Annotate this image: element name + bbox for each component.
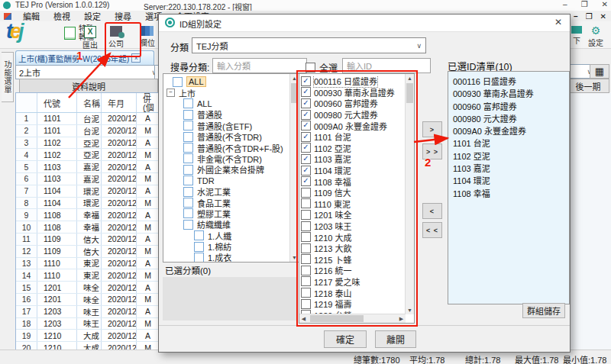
table-row[interactable]: 81104環泥2020/12M <box>16 198 161 210</box>
checkbox-icon[interactable] <box>183 165 193 175</box>
move-all-left-button[interactable]: < < <box>422 222 442 238</box>
tree-item[interactable]: ALL <box>163 76 290 87</box>
id-list-item[interactable]: ✓0009A0 永豐金證券 <box>301 120 405 131</box>
tree-item[interactable]: ALL <box>163 98 290 109</box>
id-list-item[interactable]: 1110 東泥 <box>301 198 405 210</box>
id-list-item[interactable]: ✓000116 日盛證券 <box>301 76 405 87</box>
checkbox-icon[interactable] <box>301 288 311 298</box>
checkbox-icon[interactable] <box>301 299 311 309</box>
selected-id-item[interactable]: 1102 亞泥 <box>453 150 569 162</box>
selected-id-item[interactable]: 000930 華南永昌證券 <box>453 87 569 99</box>
selected-id-item[interactable]: 000980 元大證券 <box>453 112 569 124</box>
id-list-item[interactable]: ✓1101 台泥 <box>301 131 405 143</box>
table-row[interactable]: 41102亞泥2020/12M <box>16 149 161 161</box>
table-row[interactable]: 161201味全2020/12M <box>16 294 161 306</box>
id-list-item[interactable]: 1210 大成 <box>301 231 405 243</box>
checkbox-icon[interactable] <box>183 98 193 108</box>
tree-item[interactable]: 食品工業 <box>163 197 290 208</box>
move-left-button[interactable]: < <box>422 203 442 219</box>
selected-id-item[interactable]: 1104 環泥 <box>453 174 569 186</box>
scroll-down-icon[interactable]: ▼ <box>406 306 414 314</box>
menu-item[interactable]: 檢視 <box>47 12 77 21</box>
export-button[interactable]: X 匯出 <box>82 26 98 50</box>
id-list-item[interactable]: ✓1102 亞泥 <box>301 143 405 154</box>
table-row[interactable]: 51103嘉泥2020/12A <box>16 161 161 173</box>
checkbox-icon[interactable]: ✓ <box>301 98 311 108</box>
checkbox-icon[interactable] <box>301 210 311 220</box>
category-tree[interactable]: ALL−上市ALL普通股普通股(含ETF)普通股(不含TDR)普通股(不含TDR… <box>163 73 299 263</box>
id-list-item[interactable]: 1109 信大 <box>301 187 405 198</box>
tree-item[interactable]: 紡織纖維 <box>163 219 290 230</box>
menu-item[interactable]: 搜尋 <box>108 12 138 21</box>
table-row[interactable]: 121109信大2020/12M <box>16 246 161 258</box>
checkbox-icon[interactable] <box>183 153 193 163</box>
table-row[interactable]: 71104環泥2020/12A <box>16 185 161 198</box>
checkbox-icon[interactable] <box>183 121 193 130</box>
mdi-restore-icon[interactable]: ❐ <box>586 12 593 21</box>
checkbox-icon[interactable] <box>301 266 311 275</box>
scroll-down-icon[interactable]: ▼ <box>290 253 299 262</box>
checkbox-icon[interactable] <box>183 208 193 218</box>
tree-item[interactable]: 非金電(不含TDR) <box>163 153 290 164</box>
checkbox-icon[interactable] <box>173 77 183 87</box>
table-row[interactable]: 191210大成2020/12A <box>16 330 161 342</box>
sidebar-tab-function-menu[interactable]: 功能選單 <box>2 52 14 102</box>
checkbox-icon[interactable]: ✓ <box>301 166 311 176</box>
category-dropdown[interactable]: TEJ分類 ∨ <box>192 37 426 53</box>
table-row[interactable]: 111109信大2020/12A <box>16 234 161 246</box>
exit-button[interactable]: 離開 <box>375 330 416 348</box>
checkbox-icon[interactable] <box>183 198 193 208</box>
id-search-input[interactable]: 輸入ID <box>342 58 431 73</box>
fields-button[interactable]: 欄位 <box>140 26 155 48</box>
tab-close-icon[interactable]: x <box>131 53 141 63</box>
checkbox-icon[interactable]: ✓ <box>301 87 311 97</box>
tree-scrollbar[interactable]: ▲ ▼ <box>289 74 299 262</box>
id-list-item[interactable]: ✓000980 元大證券 <box>301 109 405 121</box>
table-row[interactable]: 61103嘉泥2020/12M <box>16 173 161 185</box>
checkbox-icon[interactable]: ✓ <box>301 176 311 186</box>
checkbox-icon[interactable]: ✓ <box>301 132 311 142</box>
move-right-button[interactable]: > <box>422 121 442 137</box>
selected-id-list[interactable]: 000116 日盛證券000930 華南永昌證券000960 富邦證券00098… <box>448 71 570 304</box>
table-row[interactable]: 91108幸福2020/12A <box>16 209 161 221</box>
table-row[interactable]: 131110東泥2020/12A <box>16 258 161 270</box>
checkbox-icon[interactable] <box>194 242 204 252</box>
checkbox-icon[interactable] <box>301 276 311 286</box>
download-button[interactable]: 下 <box>571 26 582 46</box>
dialog-close-icon[interactable]: ✕ <box>554 17 562 27</box>
selected-id-item[interactable]: 1101 台泥 <box>453 137 569 149</box>
calendar-button[interactable]: ▦ <box>590 64 609 79</box>
tree-item[interactable]: 普通股(不含TDR+F-股) <box>163 142 290 153</box>
selected-id-item[interactable]: 000116 日盛證券 <box>453 75 569 87</box>
id-list-item[interactable]: ✓000930 華南永昌證券 <box>301 87 405 98</box>
scrollbar-thumb[interactable] <box>291 83 298 103</box>
next-period-button[interactable]: 後一期 <box>567 79 609 93</box>
tree-item[interactable]: −上市 <box>163 87 290 98</box>
tree-item[interactable]: 普通股(不含TDR) <box>163 131 290 142</box>
id-list-item[interactable]: 1217 愛之味 <box>301 276 405 288</box>
document-tab[interactable]: 上市(櫃)董監酬勞-W(2005年起) x <box>15 50 154 65</box>
id-list-item[interactable]: 1203 味王 <box>301 221 405 232</box>
market-dropdown[interactable]: 2上市 ∨ <box>15 65 160 79</box>
id-list-item[interactable]: ✓1108 幸福 <box>301 176 405 187</box>
maximize-icon[interactable]: ❐ <box>581 0 588 8</box>
id-list-item[interactable]: ✓1103 嘉泥 <box>301 153 405 165</box>
checkbox-icon[interactable] <box>183 220 193 230</box>
checkbox-icon[interactable]: ✓ <box>301 110 311 120</box>
checkbox-icon[interactable] <box>301 254 311 264</box>
tree-collapse-icon[interactable]: − <box>166 89 175 97</box>
scrollbar-thumb[interactable] <box>310 315 364 322</box>
tree-item[interactable]: 普通股(含ETF) <box>163 121 290 131</box>
id-list-item[interactable]: 1218 泰山 <box>301 287 405 298</box>
close-icon[interactable]: ✕ <box>602 0 608 8</box>
selected-id-item[interactable]: 000960 富邦證券 <box>453 100 569 112</box>
id-list-item[interactable]: 1215 卜蜂 <box>301 254 405 266</box>
checkbox-icon[interactable] <box>183 143 193 153</box>
minimize-icon[interactable]: – <box>563 0 567 8</box>
settings-button[interactable]: ⚙ 設定 <box>588 25 603 48</box>
checkbox-icon[interactable] <box>301 243 311 253</box>
selected-id-item[interactable]: 1108 幸福 <box>453 187 569 199</box>
id-list-item[interactable]: 1219 福壽 <box>301 298 405 310</box>
table-row[interactable]: 21101台泥2020/12M <box>16 125 161 137</box>
scroll-up-icon[interactable]: ▲ <box>406 74 414 82</box>
